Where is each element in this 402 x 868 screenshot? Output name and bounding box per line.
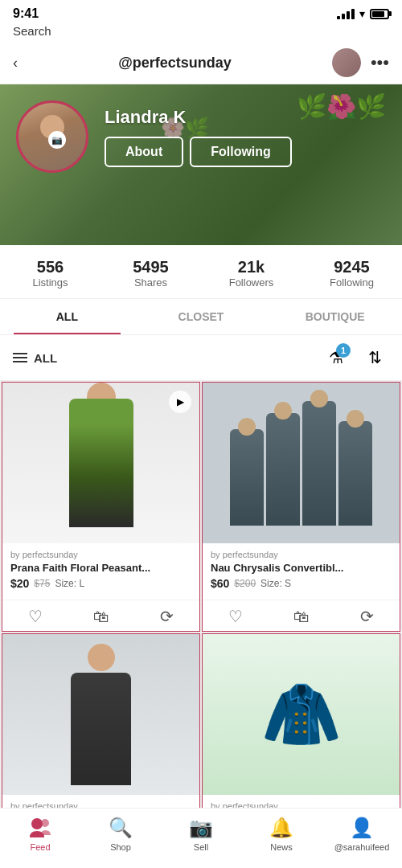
product-info-p2: by perfectsunday Nau Chrysalis Convertib… <box>203 543 400 600</box>
wifi-icon: ▾ <box>359 7 365 20</box>
add-to-bag-button-p2[interactable]: 🛍 <box>293 608 310 626</box>
filter-all-section[interactable]: ALL <box>13 351 57 365</box>
news-label: News <box>270 842 293 852</box>
product-image-p1: ▶ <box>2 383 199 543</box>
product-price-p2: $60 <box>211 577 229 590</box>
product-image-p2 <box>203 383 400 543</box>
profile-icon: 👤 <box>350 817 374 839</box>
filter-button[interactable]: ⚗ 1 <box>322 343 351 372</box>
nav-feed[interactable]: Feed <box>0 817 80 852</box>
stat-shares-number: 5495 <box>100 258 201 276</box>
shop-icon: 🔍 <box>109 817 133 839</box>
stat-listings-number: 556 <box>0 258 100 276</box>
battery-icon <box>370 9 389 19</box>
product-pricing-p1: $20 $75 Size: L <box>10 577 191 590</box>
tab-all[interactable]: ALL <box>0 299 134 334</box>
sell-label: Sell <box>194 842 208 852</box>
stats-section: 556 Listings 5495 Shares 21k Followers 9… <box>0 245 402 299</box>
product-size-p1: Size: L <box>55 578 84 589</box>
back-arrow-icon: ‹ <box>13 55 18 72</box>
status-icons: ▾ <box>337 7 389 20</box>
product-original-p2: $200 <box>234 578 256 589</box>
profile-label: @sarahuifeed <box>334 842 390 852</box>
product-seller-p1: by perfectsunday <box>10 550 191 559</box>
filter-lines-icon <box>13 353 27 362</box>
sell-icon: 📷 <box>189 817 213 839</box>
product-title-p1: Prana Faith Floral Peasant... <box>10 562 191 574</box>
news-icon: 🔔 <box>269 817 293 839</box>
bottom-nav: Feed 🔍 Shop 📷 Sell 🔔 News 👤 @sarahuifeed <box>0 808 402 868</box>
about-button[interactable]: About <box>105 137 183 167</box>
nav-username: @perfectsunday <box>118 55 232 72</box>
product-actions-p1: ♡ 🛍 ⟳ <box>2 600 199 631</box>
add-to-bag-button-p1[interactable]: 🛍 <box>93 608 109 626</box>
filter-all-label: ALL <box>34 351 57 365</box>
cover-section: 📷 Liandra K About Following <box>0 84 402 245</box>
search-back-label[interactable]: Search <box>13 24 51 38</box>
product-pricing-p2: $60 $200 Size: S <box>211 577 392 590</box>
share-button-p1[interactable]: ⟳ <box>160 607 174 626</box>
svg-point-0 <box>31 818 43 829</box>
stat-following[interactable]: 9245 Following <box>302 258 402 289</box>
nav-actions: ••• <box>332 48 389 77</box>
feed-label: Feed <box>30 842 50 852</box>
back-button[interactable]: ‹ <box>13 55 18 72</box>
profile-buttons: About Following <box>105 137 292 167</box>
nav-avatar[interactable] <box>332 48 361 77</box>
following-button[interactable]: Following <box>190 137 292 167</box>
filter-bar: ALL ⚗ 1 ⇅ <box>0 335 402 380</box>
product-image-p3 <box>2 634 199 795</box>
product-card-p1[interactable]: ▶ by perfectsunday Prana Faith Floral Pe… <box>2 382 200 632</box>
product-seller-p2: by perfectsunday <box>211 550 392 559</box>
signal-icon <box>337 8 355 19</box>
sort-button[interactable]: ⇅ <box>360 343 389 372</box>
product-title-p2: Nau Chrysalis Convertibl... <box>211 562 392 574</box>
product-image-p4: 🧥 <box>203 634 400 795</box>
tabs-section: ALL CLOSET BOUTIQUE <box>0 299 402 335</box>
product-size-p2: Size: S <box>260 578 291 589</box>
nav-news[interactable]: 🔔 News <box>241 817 322 852</box>
product-info-p1: by perfectsunday Prana Faith Floral Peas… <box>2 543 199 600</box>
status-time: 9:41 <box>13 6 39 21</box>
nav-sell[interactable]: 📷 Sell <box>161 817 241 852</box>
stat-following-label: Following <box>302 276 402 289</box>
like-button-p2[interactable]: ♡ <box>228 607 243 626</box>
product-grid: ▶ by perfectsunday Prana Faith Floral Pe… <box>0 380 402 868</box>
tab-boutique[interactable]: BOUTIQUE <box>268 299 402 334</box>
feed-icon <box>28 817 52 839</box>
tab-closet[interactable]: CLOSET <box>134 299 269 334</box>
more-menu-button[interactable]: ••• <box>371 52 389 73</box>
nav-profile[interactable]: 👤 @sarahuifeed <box>322 817 402 852</box>
camera-badge-icon[interactable]: 📷 <box>48 131 66 149</box>
stat-followers[interactable]: 21k Followers <box>201 258 302 289</box>
stat-following-number: 9245 <box>302 258 402 276</box>
nav-bar: ‹ @perfectsunday ••• <box>0 43 402 84</box>
status-bar: 9:41 ▾ <box>0 0 402 24</box>
product-card-p2[interactable]: by perfectsunday Nau Chrysalis Convertib… <box>202 382 400 632</box>
product-actions-p2: ♡ 🛍 ⟳ <box>203 600 400 631</box>
stat-followers-label: Followers <box>201 276 302 289</box>
filter-badge: 1 <box>336 343 351 358</box>
svg-point-1 <box>41 819 49 827</box>
sort-icon: ⇅ <box>368 348 382 367</box>
shop-label: Shop <box>110 842 131 852</box>
search-bar: Search <box>0 24 402 43</box>
share-button-p2[interactable]: ⟳ <box>360 607 374 626</box>
filter-actions: ⚗ 1 ⇅ <box>322 343 389 372</box>
stat-shares-label: Shares <box>100 276 201 289</box>
stat-listings-label: Listings <box>0 276 100 289</box>
stat-followers-number: 21k <box>201 258 302 276</box>
profile-name: Liandra K <box>105 107 186 128</box>
like-button-p1[interactable]: ♡ <box>28 607 43 626</box>
play-button-p1[interactable]: ▶ <box>169 391 191 413</box>
stat-shares[interactable]: 5495 Shares <box>100 258 201 289</box>
nav-shop[interactable]: 🔍 Shop <box>80 817 161 852</box>
product-original-p1: $75 <box>34 578 50 589</box>
product-price-p1: $20 <box>10 577 29 590</box>
stat-listings[interactable]: 556 Listings <box>0 258 100 289</box>
